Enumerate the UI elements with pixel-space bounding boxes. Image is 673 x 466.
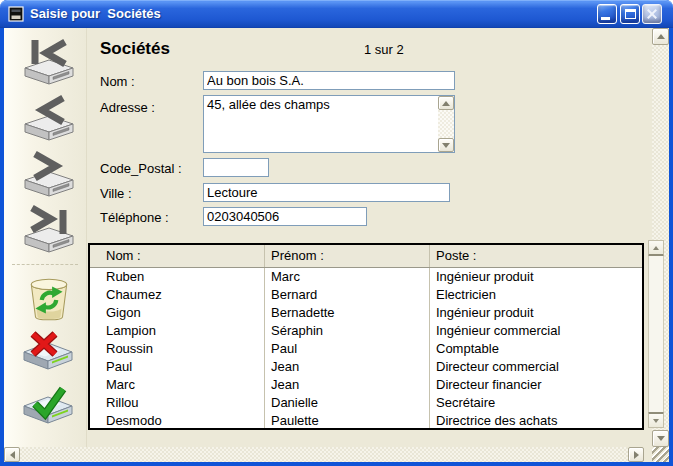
horizontal-scrollbar[interactable]	[4, 447, 652, 462]
table-cell: Paulette	[265, 412, 430, 430]
arrow-up-icon	[442, 101, 450, 106]
nom-field[interactable]	[203, 71, 455, 90]
table-cell: Directeur financier	[430, 376, 642, 394]
table-cell: Desmodo	[90, 412, 265, 430]
table-cell: Rillou	[90, 394, 265, 412]
table-body: RubenMarcIngénieur produitChaumezBernard…	[90, 268, 642, 430]
first-record-button[interactable]	[17, 36, 81, 88]
table-row[interactable]: RoussinPaulComptable	[90, 340, 642, 358]
first-record-icon	[17, 36, 81, 88]
table-cell: Chaumez	[90, 286, 265, 304]
adresse-field-wrap: 45, allée des champs	[203, 95, 455, 153]
code-postal-label: Code_Postal :	[100, 161, 182, 176]
telephone-label: Téléphone :	[100, 210, 169, 225]
table-cell: Secrétaire	[430, 394, 642, 412]
arrow-down-icon	[442, 143, 450, 148]
table-cell: Directeur commercial	[430, 358, 642, 376]
table-cell: Marc	[265, 268, 430, 286]
next-record-button[interactable]	[17, 148, 81, 200]
validate-record-icon	[20, 384, 76, 432]
adresse-scroll-down-button[interactable]	[438, 138, 454, 152]
table-cell: Gigon	[90, 304, 265, 322]
window-title: Saisie pour Sociétés	[30, 0, 161, 28]
scroll-left-button[interactable]	[4, 447, 20, 462]
table-cell: Comptable	[430, 340, 642, 358]
last-record-button[interactable]	[17, 204, 81, 256]
window-icon	[8, 6, 24, 22]
column-header-poste[interactable]: Poste :	[430, 245, 642, 267]
maximize-icon	[625, 9, 636, 19]
adresse-scroll-up-button[interactable]	[438, 96, 454, 110]
table-cell: Ingénieur commercial	[430, 322, 642, 340]
table-scroll-up-button[interactable]	[648, 240, 664, 256]
ville-label: Ville :	[100, 186, 132, 201]
scroll-right-button[interactable]	[628, 447, 644, 462]
adresse-field[interactable]: 45, allée des champs	[204, 96, 438, 152]
record-toolbar	[4, 28, 87, 447]
last-record-icon	[17, 204, 81, 256]
table-cell: Séraphin	[265, 322, 430, 340]
table-cell: Ingénieur produit	[430, 304, 642, 322]
table-cell: Paul	[265, 340, 430, 358]
scroll-up-button[interactable]	[652, 28, 669, 45]
arrow-right-icon	[634, 451, 639, 459]
table-cell: Marc	[90, 376, 265, 394]
table-cell: Electricien	[430, 286, 642, 304]
delete-record-icon	[20, 330, 76, 378]
telephone-field[interactable]	[203, 207, 367, 226]
vertical-scrollbar[interactable]	[652, 28, 669, 447]
table-row[interactable]: RubenMarcIngénieur produit	[90, 268, 642, 286]
record-indicator: 1 sur 2	[364, 42, 404, 57]
arrow-up-icon	[653, 246, 659, 250]
scroll-down-button[interactable]	[652, 430, 669, 447]
contacts-table: Nom : Prénom : Poste : RubenMarcIngénieu…	[88, 243, 644, 430]
arrow-up-icon	[657, 34, 665, 39]
close-button[interactable]	[642, 4, 662, 24]
table-row[interactable]: MarcJeanDirecteur financier	[90, 376, 642, 394]
table-row[interactable]: LampionSéraphinIngénieur commercial	[90, 322, 642, 340]
table-cell: Jean	[265, 376, 430, 394]
adresse-scrollbar[interactable]	[438, 96, 454, 152]
minimize-icon	[601, 17, 610, 20]
table-header: Nom : Prénom : Poste :	[90, 245, 642, 268]
column-header-prenom[interactable]: Prénom :	[265, 245, 430, 267]
table-row[interactable]: RillouDanielleSecrétaire	[90, 394, 642, 412]
table-cell: Lampion	[90, 322, 265, 340]
table-cell: Paul	[90, 358, 265, 376]
table-cell: Bernadette	[265, 304, 430, 322]
table-row[interactable]: DesmodoPauletteDirectrice des achats	[90, 412, 642, 430]
table-row[interactable]: ChaumezBernardElectricien	[90, 286, 642, 304]
scrollbar-corner	[644, 447, 652, 462]
table-cell: Roussin	[90, 340, 265, 358]
toolbar-separator	[12, 264, 78, 265]
maximize-button[interactable]	[620, 4, 640, 24]
table-row[interactable]: GigonBernadetteIngénieur produit	[90, 304, 642, 322]
previous-record-icon	[17, 92, 81, 144]
minimize-button[interactable]	[597, 4, 617, 24]
titlebar[interactable]: Saisie pour Sociétés	[0, 0, 673, 28]
table-cell: Bernard	[265, 286, 430, 304]
column-header-nom[interactable]: Nom :	[90, 245, 265, 267]
nom-label: Nom :	[100, 74, 135, 89]
restore-trash-icon	[24, 274, 74, 324]
next-record-icon	[17, 148, 81, 200]
table-row[interactable]: PaulJeanDirecteur commercial	[90, 358, 642, 376]
client-area: Sociétés 1 sur 2 Nom : Adresse : 45, all…	[4, 28, 669, 462]
code-postal-field[interactable]	[203, 158, 269, 177]
resize-grip[interactable]	[652, 447, 669, 462]
table-cell: Jean	[265, 358, 430, 376]
table-cell: Danielle	[265, 394, 430, 412]
previous-record-button[interactable]	[17, 92, 81, 144]
table-scroll-down-button[interactable]	[648, 412, 664, 428]
ville-field[interactable]	[203, 183, 450, 202]
table-cell: Directrice des achats	[430, 412, 642, 430]
page-title: Sociétés	[100, 39, 170, 59]
horizontal-scrollbar-track[interactable]	[20, 447, 628, 462]
delete-record-button[interactable]	[20, 330, 76, 378]
adresse-label: Adresse :	[100, 100, 155, 115]
arrow-down-icon	[657, 436, 665, 441]
table-scrollbar-track[interactable]	[648, 256, 664, 412]
validate-record-button[interactable]	[20, 384, 76, 432]
restore-record-button[interactable]	[24, 274, 74, 324]
table-cell: Ingénieur produit	[430, 268, 642, 286]
